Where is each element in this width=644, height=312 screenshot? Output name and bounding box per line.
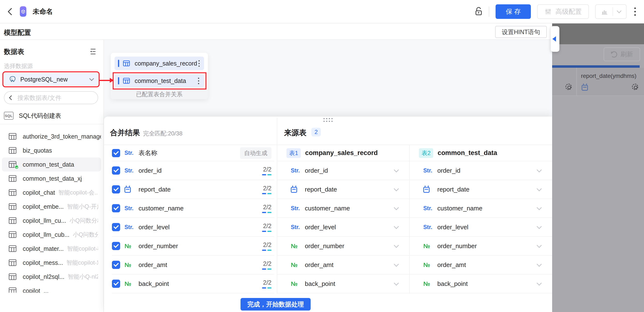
- search-input[interactable]: [18, 94, 90, 101]
- merge-field-row: № back_point 2/2: [112, 274, 274, 293]
- save-button[interactable]: 保 存: [496, 4, 531, 19]
- source-field-row[interactable]: № order_amt: [409, 256, 552, 274]
- chevron-down-icon[interactable]: [394, 224, 399, 229]
- merge-field-row: Str. order_level 2/2: [112, 218, 274, 237]
- table-list-item[interactable]: copilot_llm_cu... 小Q问数分析...: [2, 214, 101, 228]
- table-list-item[interactable]: common_test_data_xj: [2, 171, 101, 185]
- table-search[interactable]: [4, 91, 98, 104]
- source-field-row[interactable]: Str. order_id: [409, 161, 552, 180]
- match-indicator: 2/2: [262, 222, 272, 232]
- field-name: back_point: [437, 280, 538, 287]
- chevron-down-icon[interactable]: [394, 167, 399, 172]
- field-name: order_number: [437, 242, 538, 250]
- table-list-item[interactable]: copilot_mater... 智能copilot-样...: [2, 242, 101, 256]
- field-checkbox[interactable]: [112, 261, 120, 269]
- node-more-icon[interactable]: [197, 59, 201, 68]
- collapse-sidebar-icon[interactable]: [90, 48, 97, 56]
- chevron-down-icon[interactable]: [394, 186, 399, 191]
- chevron-down-icon[interactable]: [394, 243, 399, 248]
- app-logo: [20, 6, 26, 17]
- match-count: 2/2: [263, 279, 272, 286]
- source-field-row[interactable]: Str. customer_name: [409, 199, 552, 218]
- gear-icon[interactable]: [566, 84, 572, 90]
- field-type: Str.: [291, 167, 304, 174]
- source-field-row[interactable]: № order_number: [409, 237, 552, 256]
- chevron-down-icon[interactable]: [537, 261, 542, 266]
- source-field-row[interactable]: Str. order_level: [277, 218, 409, 237]
- chevron-down-icon[interactable]: [537, 280, 542, 285]
- merge-field-row: Str. 表名称 自动生成: [112, 145, 274, 161]
- chevron-down-icon[interactable]: [537, 186, 542, 191]
- merge-result-title: 合并结果: [110, 128, 140, 138]
- lock-icon[interactable]: [475, 7, 482, 17]
- chevron-down-icon[interactable]: [394, 205, 399, 210]
- table-list-item[interactable]: common_test_data: [2, 157, 101, 171]
- chevron-left-icon[interactable]: [9, 95, 14, 100]
- chevron-down-icon[interactable]: [537, 224, 542, 229]
- node-more-icon[interactable]: [196, 76, 201, 86]
- preview-drawer-dimmed: 刷新 report_date(ymdhms): [552, 24, 644, 312]
- match-dashes: [262, 193, 272, 194]
- chevron-down-icon[interactable]: [394, 280, 399, 285]
- table-list-item[interactable]: copilot_nl2sql... 智能小Q-nl2sq...: [2, 270, 101, 284]
- chevron-down-icon[interactable]: [537, 205, 542, 210]
- node-common-test-data[interactable]: common_test_data: [114, 74, 204, 88]
- field-right: 2/2: [262, 185, 274, 194]
- sliders-icon: [544, 8, 552, 15]
- source-field-row[interactable]: № back_point: [409, 274, 552, 293]
- cube-icon: [20, 9, 26, 14]
- source-field-row[interactable]: № order_amt: [277, 256, 409, 274]
- refresh-button[interactable]: 刷新: [604, 47, 640, 61]
- back-icon[interactable]: [8, 8, 15, 15]
- field-checkbox[interactable]: [112, 166, 120, 175]
- set-hint-button[interactable]: 设置HINT语句: [495, 26, 547, 38]
- field-checkbox[interactable]: [112, 223, 120, 231]
- chart-view-button[interactable]: [595, 4, 626, 19]
- table-icon: [9, 189, 17, 196]
- sheet-drag-handle[interactable]: [324, 118, 333, 122]
- source-field-row[interactable]: Str. customer_name: [277, 199, 409, 218]
- string-type-label: Str.: [124, 150, 134, 156]
- table-list-item[interactable]: authorize_3rd_token_manage: [2, 129, 101, 143]
- field-type: Str.: [423, 205, 436, 212]
- field-right: 2/2: [262, 260, 274, 270]
- source-field-row[interactable]: № back_point: [277, 274, 409, 293]
- node-company-sales-record[interactable]: company_sales_record: [114, 57, 204, 70]
- advanced-config-button[interactable]: 高级配置: [537, 4, 589, 19]
- chevron-down-icon[interactable]: [394, 261, 399, 266]
- more-menu-icon[interactable]: [633, 6, 637, 17]
- chevron-down-icon[interactable]: [537, 243, 542, 248]
- node-table-name: common_test_data: [135, 77, 196, 84]
- table-list-item[interactable]: copilot_mess... 智能copilot-对...: [2, 256, 101, 270]
- table-list-item[interactable]: copilot_embe... 智能小Q-开放...: [2, 200, 101, 214]
- source-field-row[interactable]: № order_number: [277, 237, 409, 256]
- field-checkbox[interactable]: [112, 204, 120, 212]
- finish-button[interactable]: 完成，开始数据处理: [240, 298, 311, 310]
- source-field-row[interactable]: Str. order_id: [277, 161, 409, 180]
- model-config-bar: 模型配置 设置HINT语句: [0, 24, 644, 40]
- field-checkbox[interactable]: [112, 242, 120, 250]
- field-right: 2/2: [262, 222, 274, 232]
- field-checkbox[interactable]: [112, 185, 120, 193]
- table-icon: [9, 203, 17, 210]
- chevron-down-icon[interactable]: [617, 9, 622, 13]
- match-indicator: 2/2: [262, 204, 272, 213]
- gear-icon[interactable]: [632, 84, 638, 90]
- field-type: №: [423, 243, 436, 250]
- table-list-item[interactable]: copilot_llm_cub... 小Q问数分析...: [2, 228, 101, 242]
- table-list-item[interactable]: copilot_chat 智能copilot-会...: [2, 185, 101, 200]
- table-list-item[interactable]: copilot_...: [2, 284, 101, 293]
- match-count: 2/2: [263, 166, 272, 173]
- field-name: order_amt: [305, 261, 394, 269]
- source-field-row[interactable]: Str. order_level: [409, 218, 552, 237]
- datasource-select[interactable]: PostgreSQL_new: [4, 73, 98, 86]
- field-checkbox[interactable]: [112, 149, 120, 157]
- drawer-collapse-tab[interactable]: [551, 26, 560, 52]
- table-list-item[interactable]: biz_quotas: [2, 143, 101, 157]
- chevron-down-icon[interactable]: [537, 167, 542, 172]
- sidebar-title: 数据表: [4, 47, 24, 56]
- source-field-row[interactable]: report_date: [277, 180, 409, 199]
- source-field-row[interactable]: report_date: [409, 180, 552, 199]
- field-checkbox[interactable]: [112, 279, 120, 288]
- sql-create-table-item[interactable]: SQL SQL代码创建表: [4, 110, 98, 122]
